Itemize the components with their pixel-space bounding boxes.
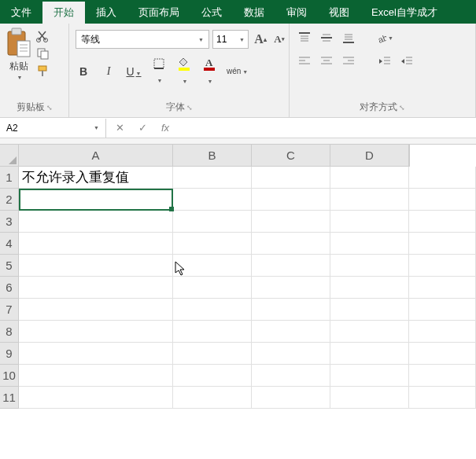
cell[interactable] <box>252 365 330 387</box>
cell[interactable] <box>173 299 252 321</box>
tab-formula[interactable]: 公式 <box>190 2 233 24</box>
cell[interactable] <box>409 343 476 365</box>
cell[interactable] <box>330 387 409 409</box>
cell[interactable] <box>19 189 173 211</box>
align-right-icon[interactable] <box>340 53 357 69</box>
cell[interactable] <box>173 387 252 409</box>
cell[interactable] <box>252 277 330 299</box>
cancel-icon[interactable]: ✕ <box>116 122 124 134</box>
cell[interactable] <box>409 233 476 255</box>
cell[interactable] <box>19 255 173 277</box>
name-box[interactable]: A2▼ <box>0 119 106 138</box>
row-header[interactable]: 7 <box>0 299 19 321</box>
cell[interactable] <box>252 233 330 255</box>
cell[interactable] <box>330 321 409 343</box>
bold-button[interactable]: B <box>76 65 91 78</box>
border-button[interactable]: ▼ <box>151 57 167 85</box>
underline-button[interactable]: U▼ <box>126 65 142 78</box>
cell[interactable] <box>19 233 173 255</box>
cell[interactable] <box>330 233 409 255</box>
phonetic-button[interactable]: wén▼ <box>227 67 242 75</box>
cell[interactable] <box>173 189 252 211</box>
cell[interactable] <box>173 167 252 189</box>
align-top-icon[interactable] <box>296 30 313 46</box>
cell[interactable] <box>409 255 476 277</box>
cell[interactable] <box>173 255 252 277</box>
fill-color-button[interactable]: ▼ <box>176 57 192 86</box>
cell[interactable] <box>19 387 173 409</box>
cell[interactable] <box>19 211 173 233</box>
cell[interactable] <box>173 233 252 255</box>
font-name-select[interactable]: 等线▼ <box>76 30 209 49</box>
align-middle-icon[interactable] <box>318 30 335 46</box>
cell[interactable] <box>252 299 330 321</box>
indent-increase-icon[interactable] <box>398 53 415 69</box>
grow-font-icon[interactable]: A▴ <box>252 31 269 48</box>
dialog-launcher-icon[interactable]: ⤡ <box>399 104 405 112</box>
font-color-button[interactable]: A▼ <box>201 57 217 86</box>
cell[interactable] <box>19 343 173 365</box>
tab-review[interactable]: 审阅 <box>275 2 318 24</box>
cell[interactable] <box>330 167 409 189</box>
paste-label[interactable]: 粘贴 <box>9 60 28 73</box>
cell[interactable] <box>19 321 173 343</box>
row-header[interactable]: 10 <box>0 365 19 387</box>
row-header[interactable]: 4 <box>0 233 19 255</box>
copy-icon[interactable] <box>36 47 52 60</box>
cell[interactable] <box>252 211 330 233</box>
cell[interactable] <box>19 299 173 321</box>
cell[interactable]: 不允许录入重复值 <box>19 167 173 189</box>
col-header[interactable] <box>409 145 410 167</box>
cell[interactable] <box>409 189 476 211</box>
row-header[interactable]: 8 <box>0 321 19 343</box>
cell[interactable] <box>330 365 409 387</box>
col-header[interactable]: A <box>19 145 173 167</box>
chevron-down-icon[interactable]: ▼ <box>17 75 23 80</box>
row-header[interactable]: 11 <box>0 387 19 409</box>
align-left-icon[interactable] <box>296 53 313 69</box>
tab-view[interactable]: 视图 <box>318 2 360 24</box>
cell[interactable] <box>252 387 330 409</box>
cell[interactable] <box>252 167 330 189</box>
col-header[interactable]: C <box>252 145 330 167</box>
italic-button[interactable]: I <box>101 65 116 78</box>
col-header[interactable]: B <box>173 145 252 167</box>
cell[interactable] <box>330 299 409 321</box>
formula-input[interactable] <box>179 118 476 138</box>
dialog-launcher-icon[interactable]: ⤡ <box>186 104 193 112</box>
align-center-icon[interactable] <box>318 53 335 69</box>
tab-file[interactable]: 文件 <box>0 2 42 24</box>
cell[interactable] <box>409 299 476 321</box>
cell[interactable] <box>19 365 173 387</box>
dialog-launcher-icon[interactable]: ⤡ <box>46 104 53 112</box>
cell[interactable] <box>409 277 476 299</box>
tab-help[interactable]: Excel自学成才 <box>360 2 448 24</box>
tab-layout[interactable]: 页面布局 <box>127 2 190 24</box>
row-header[interactable]: 6 <box>0 277 19 299</box>
fx-icon[interactable]: fx <box>161 122 169 134</box>
orientation-icon[interactable]: ab▼ <box>376 30 393 46</box>
cell[interactable] <box>173 365 252 387</box>
cell[interactable] <box>409 321 476 343</box>
row-header[interactable]: 2 <box>0 189 19 211</box>
tab-data[interactable]: 数据 <box>233 2 275 24</box>
cell[interactable] <box>330 189 409 211</box>
cell[interactable] <box>330 277 409 299</box>
cell[interactable] <box>173 211 252 233</box>
cell[interactable] <box>330 211 409 233</box>
cell[interactable] <box>19 277 173 299</box>
format-painter-icon[interactable] <box>36 64 52 77</box>
row-header[interactable]: 1 <box>0 167 19 189</box>
col-header[interactable]: D <box>330 145 409 167</box>
cell[interactable] <box>330 343 409 365</box>
cell[interactable] <box>252 343 330 365</box>
row-header[interactable]: 5 <box>0 255 19 277</box>
tab-home[interactable]: 开始 <box>42 2 85 24</box>
row-header[interactable]: 3 <box>0 211 19 233</box>
shrink-font-icon[interactable]: A▾ <box>271 31 288 48</box>
cell[interactable] <box>409 365 476 387</box>
cell[interactable] <box>252 189 330 211</box>
paste-icon[interactable] <box>5 27 33 58</box>
cell[interactable] <box>252 321 330 343</box>
align-bottom-icon[interactable] <box>340 30 357 46</box>
